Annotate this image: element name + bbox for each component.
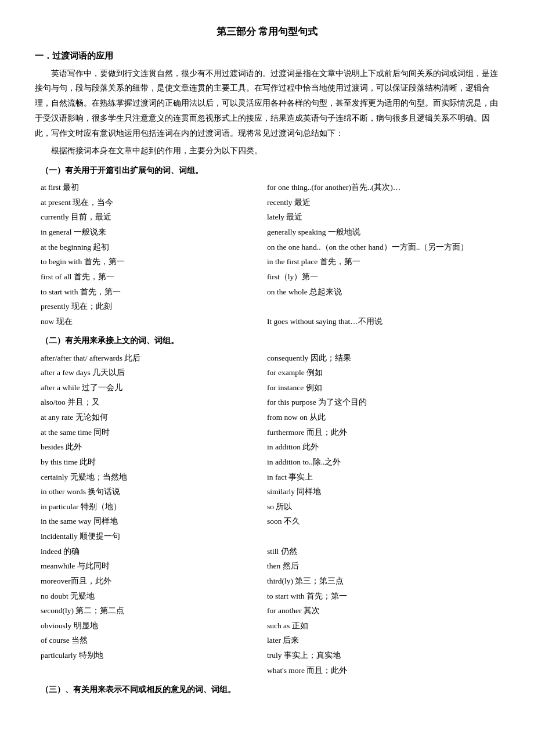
list-item: on the one hand..（on the other hand）一方面.… bbox=[267, 240, 493, 255]
list-item: now 现在 bbox=[41, 314, 267, 329]
paragraph-2: 根据衔接词本身在文章中起到的作用，主要分为以下四类。 bbox=[35, 143, 499, 159]
list-item: obviously 明显地 bbox=[41, 618, 267, 633]
subsection2-items: after/after that/ afterwards 此后consequen… bbox=[41, 351, 493, 678]
list-item: second(ly) 第二；第二点 bbox=[41, 603, 267, 618]
list-item: after a few days 几天以后 bbox=[41, 365, 267, 380]
list-item: for example 例如 bbox=[267, 365, 493, 380]
list-item: later 后来 bbox=[267, 633, 493, 648]
list-item: still 仍然 bbox=[267, 544, 493, 559]
list-item: no doubt 无疑地 bbox=[41, 589, 267, 604]
list-item: similarly 同样地 bbox=[267, 484, 493, 499]
list-item: lately 最近 bbox=[267, 210, 493, 225]
subsection1-items: at first 最初for one thing..(for another)首… bbox=[41, 180, 493, 329]
list-item: furthermore 而且；此外 bbox=[267, 425, 493, 440]
list-item: at first 最初 bbox=[41, 180, 267, 195]
list-item: in addition 此外 bbox=[267, 440, 493, 455]
list-item: to begin with 首先，第一 bbox=[41, 254, 267, 269]
list-item bbox=[41, 663, 267, 678]
list-item: then 然后 bbox=[267, 559, 493, 574]
subsection3-title: （三）、有关用来表示不同或相反的意见的词、词组。 bbox=[35, 682, 499, 697]
list-item: first（ly）第一 bbox=[267, 269, 493, 285]
section1-title: 一．过渡词语的应用 bbox=[35, 48, 499, 64]
list-item: of course 当然 bbox=[41, 633, 267, 648]
list-item: also/too 并且；又 bbox=[41, 395, 267, 410]
main-title: 第三部分 常用句型句式 bbox=[35, 23, 499, 41]
list-item: in fact 事实上 bbox=[267, 470, 493, 485]
list-item: incidentally 顺便提一句 bbox=[41, 529, 267, 544]
list-item: consequently 因此；结果 bbox=[267, 351, 493, 366]
list-item bbox=[267, 529, 493, 544]
list-item: for another 其次 bbox=[267, 603, 493, 618]
list-item: recently 最近 bbox=[267, 195, 493, 210]
list-item: besides 此外 bbox=[41, 440, 267, 455]
list-item: to start with 首先；第一 bbox=[267, 589, 493, 604]
list-item: what's more 而且；此外 bbox=[267, 663, 493, 678]
list-item: for instance 例如 bbox=[267, 380, 493, 395]
list-item: third(ly) 第三；第三点 bbox=[267, 574, 493, 589]
paragraph-1: 英语写作中，要做到行文连贯自然，很少有不用过渡词语的。过渡词是指在文章中说明上下… bbox=[35, 66, 499, 141]
list-item: in particular 特别（地） bbox=[41, 499, 267, 514]
list-item: in addition to..除..之外 bbox=[267, 455, 493, 470]
list-item: for one thing..(for another)首先..(其次)… bbox=[267, 180, 493, 195]
list-item: from now on 从此 bbox=[267, 410, 493, 425]
list-item: generally speaking 一般地说 bbox=[267, 225, 493, 240]
list-item: first of all 首先，第一 bbox=[41, 269, 267, 285]
list-item: at the beginning 起初 bbox=[41, 240, 267, 255]
list-item: so 所以 bbox=[267, 499, 493, 514]
list-item: indeed 的确 bbox=[41, 544, 267, 559]
list-item: in the same way 同样地 bbox=[41, 514, 267, 529]
list-item: in general 一般说来 bbox=[41, 225, 267, 240]
list-item: moreover而且，此外 bbox=[41, 574, 267, 589]
subsection2-title: （二）有关用来承接上文的词、词组。 bbox=[35, 333, 499, 348]
list-item: on the whole 总起来说 bbox=[267, 285, 493, 300]
list-item: particularly 特别地 bbox=[41, 648, 267, 663]
list-item: such as 正如 bbox=[267, 618, 493, 633]
list-item: meanwhile 与此同时 bbox=[41, 559, 267, 574]
list-item: in other words 换句话说 bbox=[41, 484, 267, 499]
list-item: in the first place 首先，第一 bbox=[267, 254, 493, 269]
subsection1-title: （一）有关用于开篇引出扩展句的词、词组。 bbox=[35, 163, 499, 178]
list-item: truly 事实上；真实地 bbox=[267, 648, 493, 663]
list-item: for this purpose 为了这个目的 bbox=[267, 395, 493, 410]
list-item: soon 不久 bbox=[267, 514, 493, 529]
list-item: certainly 无疑地；当然地 bbox=[41, 470, 267, 485]
list-item: after/after that/ afterwards 此后 bbox=[41, 351, 267, 366]
list-item: to start with 首先，第一 bbox=[41, 285, 267, 300]
list-item: at any rate 无论如何 bbox=[41, 410, 267, 425]
list-item: at present 现在，当今 bbox=[41, 195, 267, 210]
list-item: after a while 过了一会儿 bbox=[41, 380, 267, 395]
list-item bbox=[267, 299, 493, 314]
list-item: currently 目前，最近 bbox=[41, 210, 267, 225]
list-item: at the same time 同时 bbox=[41, 425, 267, 440]
list-item: by this time 此时 bbox=[41, 455, 267, 470]
list-item: presently 现在；此刻 bbox=[41, 299, 267, 314]
list-item: It goes without saying that…不用说 bbox=[267, 314, 493, 329]
